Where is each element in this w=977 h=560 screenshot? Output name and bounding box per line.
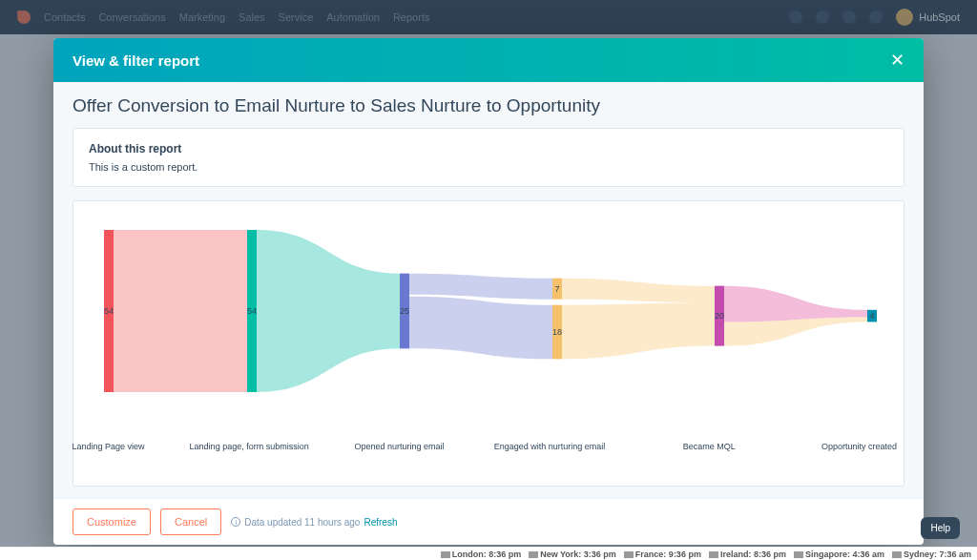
svg-text:4: 4 (869, 311, 874, 321)
world-clock-bar: London: 8:36 pm New York: 3:36 pm France… (0, 547, 977, 560)
svg-text:7: 7 (554, 284, 559, 294)
stage-label: Landing page, form submission (190, 442, 309, 451)
about-card: About this report This is a custom repor… (73, 128, 904, 187)
svg-text:20: 20 (715, 311, 724, 321)
stage-label: Became MQL (683, 442, 736, 451)
clock-ireland: Ireland: 8:36 pm (709, 550, 786, 559)
clock-newyork: New York: 3:36 pm (529, 550, 616, 559)
sankey-chart: 545425718204 Landing Page viewLanding pa… (73, 200, 904, 487)
modal-footer: Customize Cancel i Data updated 11 hours… (53, 498, 924, 545)
cancel-button[interactable]: Cancel (160, 508, 221, 535)
stage-label: Engaged with nurturing email (494, 442, 606, 451)
stage-label: Opportunity created (821, 442, 897, 451)
svg-text:25: 25 (400, 306, 409, 316)
report-modal: View & filter report ✕ Offer Conversion … (53, 38, 924, 545)
refresh-link[interactable]: Refresh (364, 517, 397, 528)
sankey-svg: 545425718204 (85, 220, 905, 402)
clock-singapore: Singapore: 4:36 am (794, 550, 884, 559)
modal-body: Offer Conversion to Email Nurture to Sal… (53, 82, 924, 498)
svg-text:54: 54 (247, 306, 257, 316)
stage-label: Landing Page view (73, 442, 145, 451)
info-icon: i (231, 517, 240, 527)
modal-header: View & filter report ✕ (53, 38, 924, 82)
close-icon[interactable]: ✕ (890, 52, 904, 69)
report-title: Offer Conversion to Email Nurture to Sal… (73, 95, 904, 116)
stage-label: Opened nurturing email (355, 442, 445, 451)
help-fab[interactable]: Help (921, 517, 960, 539)
data-updated: i Data updated 11 hours ago Refresh (231, 517, 397, 528)
clock-france: France: 9:36 pm (624, 550, 701, 559)
customize-button[interactable]: Customize (73, 508, 151, 535)
about-text: This is a custom report. (89, 161, 888, 173)
modal-backdrop: View & filter report ✕ Offer Conversion … (0, 0, 977, 560)
modal-header-title: View & filter report (73, 52, 890, 69)
about-heading: About this report (89, 142, 888, 156)
svg-text:54: 54 (104, 306, 114, 316)
clock-london: London: 8:36 pm (441, 550, 522, 559)
clock-sydney: Sydney: 7:36 am (892, 550, 971, 559)
updated-text: Data updated 11 hours ago (244, 517, 360, 528)
svg-text:18: 18 (552, 327, 562, 337)
